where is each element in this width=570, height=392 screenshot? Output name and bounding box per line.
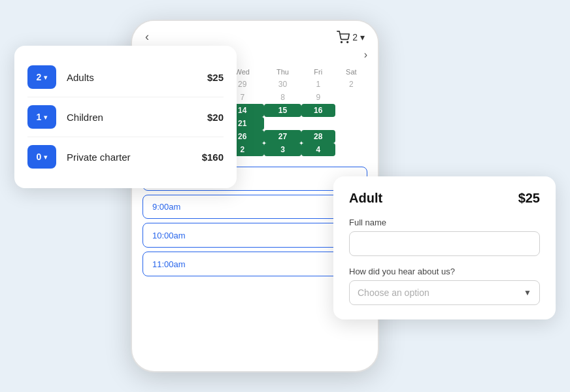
- cal-cell[interactable]: 15: [264, 104, 301, 117]
- cart-dropdown-arrow: ▾: [360, 32, 365, 42]
- hear-about-dropdown[interactable]: Choose an option ▼: [349, 280, 540, 305]
- quantity-row-adults: 2 ▾ Adults $25: [27, 57, 224, 97]
- dropdown-arrow-icon: ▼: [524, 288, 531, 297]
- quantity-dropdown-arrow: ▾: [44, 154, 47, 161]
- adult-card-header: Adult $25: [349, 191, 540, 206]
- svg-point-1: [347, 41, 348, 42]
- time-slot-label: 11:00am: [152, 259, 186, 269]
- quantity-value-charter: 0: [37, 152, 42, 162]
- dropdown-placeholder: Choose an option: [358, 287, 429, 298]
- quantity-badge-adults[interactable]: 2 ▾: [27, 65, 56, 89]
- cal-cell: [301, 117, 335, 130]
- weekday-fri: Fri: [301, 66, 335, 78]
- quantity-dropdown-arrow: ▾: [44, 74, 47, 81]
- cal-cell: 30: [264, 78, 301, 91]
- calendar-next-arrow[interactable]: ›: [364, 49, 367, 61]
- time-slot-label: 10:00am: [152, 231, 186, 240]
- cal-cell[interactable]: 4: [301, 143, 335, 156]
- quantity-row-children: 1 ▾ Children $20: [27, 97, 224, 137]
- cal-cell[interactable]: 16: [301, 104, 335, 117]
- quantity-badge-children[interactable]: 1 ▾: [27, 105, 56, 129]
- weekday-thu: Thu: [264, 66, 301, 78]
- cal-cell: 9: [301, 91, 335, 104]
- quantity-value-adults: 2: [37, 72, 42, 82]
- quantity-price-children: $20: [207, 112, 224, 123]
- quantity-label-children: Children: [67, 112, 207, 123]
- cal-cell: 1: [301, 78, 335, 91]
- time-slot-label: 9:00am: [152, 202, 180, 212]
- weekday-sat: Sat: [335, 66, 367, 78]
- quantity-label-charter: Private charter: [67, 152, 202, 163]
- cal-cell: [335, 91, 367, 104]
- cart-button[interactable]: 2 ▾: [337, 31, 365, 44]
- cal-cell[interactable]: 3: [264, 143, 301, 156]
- adult-price: $25: [518, 191, 540, 206]
- cal-cell: [335, 117, 367, 130]
- cal-cell: [335, 143, 367, 156]
- quantity-price-adults: $25: [207, 72, 224, 83]
- quantity-badge-charter[interactable]: 0 ▾: [27, 145, 56, 169]
- adult-detail-card: Adult $25 Full name How did you hear abo…: [333, 176, 556, 319]
- cal-cell: 2: [335, 78, 367, 91]
- adult-title: Adult: [349, 191, 382, 206]
- full-name-label: Full name: [349, 218, 540, 227]
- back-button[interactable]: ‹: [145, 30, 149, 44]
- quantity-dropdown-arrow: ▾: [44, 114, 47, 121]
- cart-count: 2: [352, 32, 358, 42]
- cal-cell: [335, 130, 367, 143]
- svg-point-0: [341, 41, 343, 42]
- quantity-row-charter: 0 ▾ Private charter $160: [27, 137, 224, 176]
- cal-cell: 8: [264, 91, 301, 104]
- hear-about-label: How did you hear about us?: [349, 267, 540, 276]
- cal-cell[interactable]: 28: [301, 130, 335, 143]
- cal-cell[interactable]: 27: [264, 130, 301, 143]
- cal-cell: [335, 104, 367, 117]
- full-name-input[interactable]: [349, 231, 540, 256]
- quantity-label-adults: Adults: [67, 72, 207, 83]
- quantity-card: 2 ▾ Adults $25 1 ▾ Children $20 0 ▾ Priv…: [14, 46, 237, 188]
- quantity-value-children: 1: [37, 112, 42, 122]
- quantity-price-charter: $160: [202, 152, 224, 163]
- cart-icon: [337, 31, 350, 44]
- phone-header: ‹ 2 ▾: [132, 21, 378, 49]
- cal-cell: [264, 117, 301, 130]
